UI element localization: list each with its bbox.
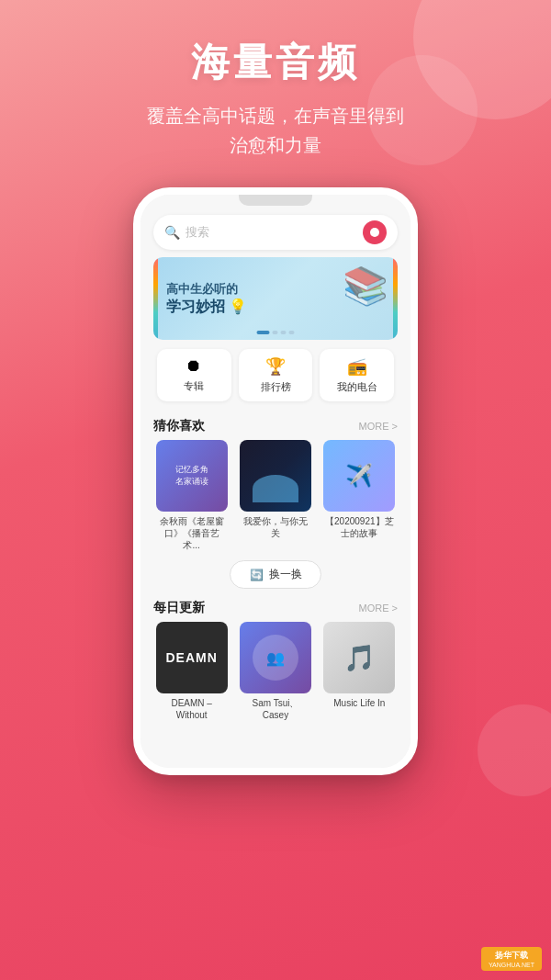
search-input[interactable]: 搜索	[186, 224, 363, 241]
record-icon	[370, 228, 379, 237]
daily-cover-3-inner: 🎵	[343, 643, 376, 673]
banner-strip-right	[393, 257, 398, 340]
daily-title-2: Sam Tsui、Casey	[240, 697, 311, 721]
hero-sub-line2: 治愈和力量	[230, 135, 321, 155]
daily-item-2[interactable]: 👥 Sam Tsui、Casey	[237, 622, 313, 721]
recommend-title: 猜你喜欢	[153, 418, 205, 434]
dot-2	[273, 331, 278, 334]
album-icon: ⏺	[186, 356, 202, 376]
refresh-icon: 🔄	[250, 569, 264, 581]
refresh-label: 换一换	[269, 567, 302, 582]
recommend-section-header: 猜你喜欢 MORE >	[141, 411, 410, 440]
daily-title-3: Music Life In	[333, 697, 385, 709]
search-bar[interactable]: 🔍 搜索	[153, 215, 398, 250]
album-cover-3: ✈️	[323, 440, 395, 512]
hero-main-title: 海量音频	[0, 37, 551, 88]
album-title-1: 余秋雨《老屋窗口》《播音艺术...	[156, 515, 228, 551]
radio-icon: 📻	[347, 356, 367, 377]
recommend-more[interactable]: MORE >	[359, 421, 398, 432]
plane-icon: ✈️	[345, 463, 373, 489]
banner-line1: 高中生必听的	[166, 281, 247, 298]
hero-sub-line1: 覆盖全高中话题，在声音里得到	[147, 106, 404, 126]
promo-banner[interactable]: 高中生必听的 学习妙招 💡 📚	[153, 257, 398, 340]
radio-label: 我的电台	[337, 380, 377, 394]
daily-section-header: 每日更新 MORE >	[141, 592, 410, 622]
daily-cover-2: 👥	[240, 622, 311, 693]
hero-text-area: 海量音频 覆盖全高中话题，在声音里得到 治愈和力量	[0, 0, 551, 160]
watermark-line2: YANGHUA.NET	[489, 962, 534, 968]
phone-notch	[239, 195, 312, 206]
phone-screen: 🔍 搜索 高中生必听的 学习妙招 💡 📚	[141, 195, 410, 768]
refresh-button[interactable]: 🔄 换一换	[230, 560, 321, 589]
dot-1	[257, 331, 270, 334]
watermark-line1: 扬华下载	[495, 950, 528, 962]
banner-decoration: 📚	[343, 265, 388, 308]
phone-wrapper: 🔍 搜索 高中生必听的 学习妙招 💡 📚	[0, 187, 551, 775]
album-item-2[interactable]: 我爱你，与你无关	[237, 440, 313, 551]
recommend-grid: 记忆多角名家诵读 余秋雨《老屋窗口》《播音艺术... 我爱你，与你无关 ✈️	[141, 440, 410, 551]
daily-cover-1: DEAMN	[156, 622, 228, 693]
album-cover-1-text: 记忆多角名家诵读	[172, 460, 212, 491]
banner-dots	[257, 331, 295, 334]
album-cover-2-wave	[253, 475, 298, 502]
album-title-2: 我爱你，与你无关	[240, 515, 311, 539]
daily-grid: DEAMN DEAMN – Without 👥 Sam Tsui、Casey 🎵	[141, 622, 410, 721]
dot-4	[289, 331, 295, 334]
daily-title: 每日更新	[153, 600, 205, 616]
daily-item-1[interactable]: DEAMN DEAMN – Without	[153, 622, 230, 721]
category-buttons: ⏺ 专辑 🏆 排行榜 📻 我的电台	[153, 349, 398, 401]
category-album[interactable]: ⏺ 专辑	[157, 349, 231, 401]
watermark: 扬华下载 YANGHUA.NET	[481, 947, 542, 971]
album-item-1[interactable]: 记忆多角名家诵读 余秋雨《老屋窗口》《播音艺术...	[153, 440, 230, 551]
album-item-3[interactable]: ✈️ 【20200921】芝士的故事	[321, 440, 398, 551]
dot-3	[281, 331, 287, 334]
daily-item-3[interactable]: 🎵 Music Life In	[321, 622, 398, 721]
album-cover-1: 记忆多角名家诵读	[156, 440, 228, 512]
hero-sub-title: 覆盖全高中话题，在声音里得到 治愈和力量	[0, 101, 551, 160]
daily-cover-2-inner: 👥	[253, 635, 298, 681]
banner-emoji: 💡	[229, 299, 247, 314]
album-cover-2	[240, 440, 311, 512]
banner-text: 高中生必听的 学习妙招 💡	[153, 270, 260, 328]
album-label: 专辑	[184, 379, 204, 393]
record-button[interactable]	[363, 220, 387, 244]
chart-icon: 🏆	[265, 356, 286, 377]
daily-more[interactable]: MORE >	[359, 603, 398, 614]
album-title-3: 【20200921】芝士的故事	[323, 515, 395, 539]
daily-cover-3: 🎵	[323, 622, 395, 693]
phone-mockup: 🔍 搜索 高中生必听的 学习妙招 💡 📚	[133, 187, 418, 775]
search-icon: 🔍	[164, 225, 180, 240]
daily-cover-1-text: DEAMN	[165, 650, 217, 665]
category-radio[interactable]: 📻 我的电台	[320, 349, 394, 401]
daily-title-1: DEAMN – Without	[156, 697, 228, 721]
category-chart[interactable]: 🏆 排行榜	[239, 349, 313, 401]
banner-line2: 学习妙招 💡	[166, 298, 247, 317]
chart-label: 排行榜	[261, 380, 291, 394]
